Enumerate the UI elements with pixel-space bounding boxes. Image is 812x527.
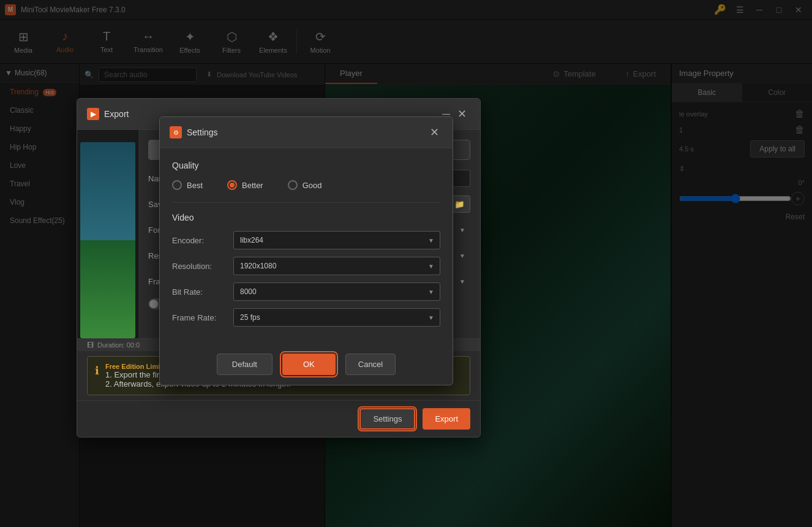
cancel-button[interactable]: Cancel (345, 354, 396, 375)
settings-header: ⚙ Settings ✕ (160, 117, 453, 148)
settings-footer: Default OK Cancel (160, 346, 453, 385)
video-section-label: Video (172, 213, 440, 222)
better-radio (227, 180, 237, 190)
bitrate-label: Bit Rate: (172, 287, 233, 297)
encoder-select[interactable]: libx264 (233, 231, 440, 249)
framerate-settings-select[interactable]: 25 fps 30 fps (233, 308, 440, 327)
settings-resolution-select-wrapper: 1920x1080 1280x720 (233, 257, 440, 275)
quality-section-label: Quality (172, 161, 440, 170)
good-label: Good (303, 181, 322, 190)
settings-close-button[interactable]: ✕ (426, 124, 443, 140)
settings-divider (172, 202, 440, 203)
filmstrip-icon: 🎞 (87, 341, 94, 349)
best-label: Best (187, 181, 203, 190)
better-label: Better (242, 181, 263, 190)
framerate-settings-select-wrapper: 25 fps 30 fps (233, 308, 440, 327)
export-footer: Settings Export (77, 400, 480, 437)
encoder-row: Encoder: libx264 (172, 231, 440, 249)
framerate-settings-label: Frame Rate: (172, 313, 233, 322)
quality-good-option[interactable]: Good (288, 180, 322, 190)
good-radio (288, 180, 298, 190)
settings-body: Quality Best Better Good Video Encoder: (160, 148, 453, 346)
settings-resolution-select[interactable]: 1920x1080 1280x720 (233, 257, 440, 275)
settings-dialog-title: Settings (187, 127, 426, 137)
framerate-settings-row: Frame Rate: 25 fps 30 fps (172, 308, 440, 327)
quality-better-option[interactable]: Better (227, 180, 263, 190)
encoder-select-wrapper: libx264 (233, 231, 440, 249)
quality-row: Best Better Good (172, 180, 440, 190)
default-button[interactable]: Default (217, 354, 273, 375)
toggle-knob (149, 300, 158, 308)
better-radio-inner (230, 183, 235, 188)
export-dialog-icon: ▶ (87, 108, 99, 120)
settings-dialog-icon: ⚙ (170, 126, 182, 138)
ok-button[interactable]: OK (282, 354, 336, 375)
export-close-button[interactable]: ✕ (454, 106, 470, 122)
quality-best-option[interactable]: Best (172, 180, 203, 190)
bitrate-row: Bit Rate: 8000 4000 16000 (172, 282, 440, 301)
settings-resolution-row: Resolution: 1920x1080 1280x720 (172, 257, 440, 275)
notice-icon: ℹ (95, 364, 99, 377)
bitrate-select[interactable]: 8000 4000 16000 (233, 282, 440, 301)
best-radio (172, 180, 182, 190)
settings-dialog: ⚙ Settings ✕ Quality Best Better Good Vi… (159, 116, 453, 385)
settings-resolution-label: Resolution: (172, 262, 233, 271)
export-preview-image (80, 142, 135, 338)
settings-button[interactable]: Settings (359, 408, 415, 430)
export-preview (77, 130, 138, 338)
encoder-label: Encoder: (172, 236, 233, 245)
export-button[interactable]: Export (423, 408, 470, 430)
bitrate-select-wrapper: 8000 4000 16000 (233, 282, 440, 301)
duration-label: Duration: 00:0 (97, 341, 140, 349)
